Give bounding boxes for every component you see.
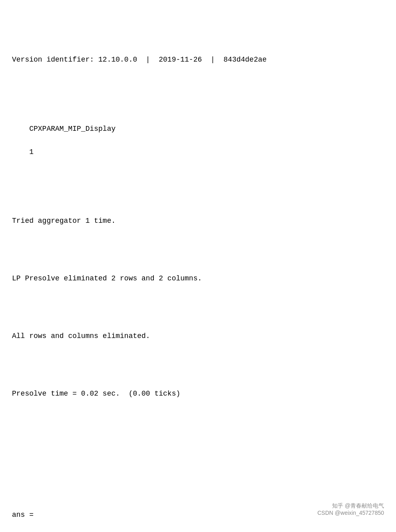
watermark-line2: CSDN @weixin_45727850 — [317, 510, 384, 516]
cpxparam-value: 1 — [29, 148, 34, 156]
cpxparam-line: CPXPARAM_MIP_Display 1 — [12, 112, 384, 169]
version-identifier-line: Version identifier: 12.10.0.0 | 2019-11-… — [12, 54, 384, 66]
watermark: 知乎 @青春献给电气 CSDN @weixin_45727850 — [317, 502, 384, 516]
aggregator-line: Tried aggregator 1 time. — [12, 215, 384, 227]
gap-1 — [12, 446, 384, 463]
main-content: Version identifier: 12.10.0.0 | 2019-11-… — [12, 8, 384, 532]
lp-presolve-line: LP Presolve eliminated 2 rows and 2 colu… — [12, 273, 384, 284]
all-rows-line: All rows and columns eliminated. — [12, 330, 384, 342]
cpxparam-label: CPXPARAM_MIP_Display — [29, 125, 115, 133]
watermark-line1: 知乎 @青春献给电气 — [317, 502, 384, 510]
presolve-time-line: Presolve time = 0.02 sec. (0.00 ticks) — [12, 388, 384, 400]
